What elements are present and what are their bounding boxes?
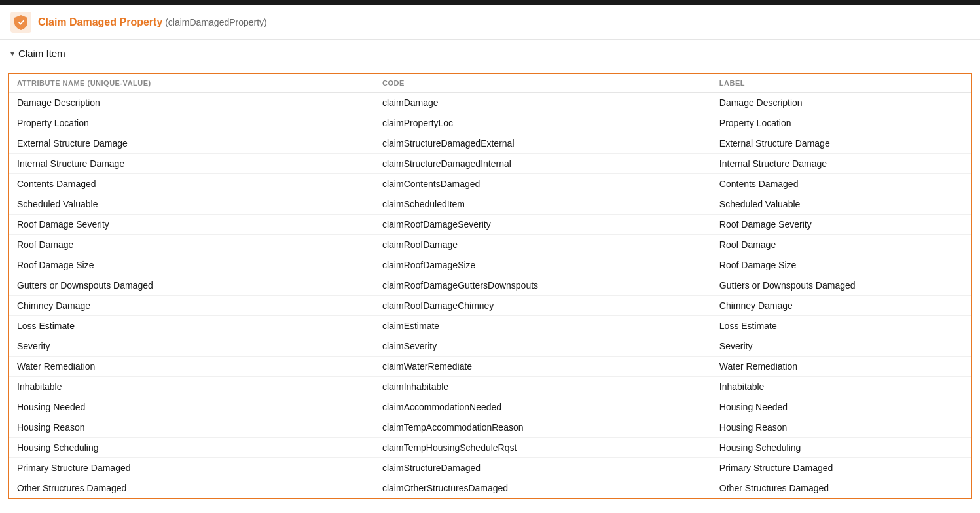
cell-attr-name: Roof Damage Size: [9, 255, 374, 275]
cell-label: Roof Damage Severity: [712, 215, 971, 235]
cell-label: Property Location: [712, 113, 971, 133]
table-row: Loss EstimateclaimEstimateLoss Estimate: [9, 316, 971, 336]
table-row: Property LocationclaimPropertyLocPropert…: [9, 113, 971, 133]
cell-code: claimDamage: [374, 93, 712, 113]
table-row: Housing ReasonclaimTempAccommodationReas…: [9, 417, 971, 438]
table-row: Roof Damage SeverityclaimRoofDamageSever…: [9, 215, 971, 235]
cell-code: claimStructureDamaged: [374, 458, 712, 478]
cell-code: claimEstimate: [374, 316, 712, 336]
table-container: ATTRIBUTE NAME (UNIQUE-VALUE) CODE LABEL…: [0, 67, 980, 507]
shield-icon: [10, 12, 31, 33]
cell-code: claimScheduledItem: [374, 194, 712, 215]
section-claim-item[interactable]: ▾ Claim Item: [0, 40, 980, 67]
table-row: Roof DamageclaimRoofDamageRoof Damage: [9, 235, 971, 255]
cell-label: Chimney Damage: [712, 296, 971, 316]
table-row: Housing NeededclaimAccommodationNeededHo…: [9, 397, 971, 417]
cell-label: Other Structures Damaged: [712, 478, 971, 499]
cell-attr-name: Chimney Damage: [9, 296, 374, 316]
cell-label: Inhabitable: [712, 377, 971, 397]
cell-label: Housing Reason: [712, 417, 971, 438]
table-header: ATTRIBUTE NAME (UNIQUE-VALUE) CODE LABEL: [9, 73, 971, 93]
attributes-table: ATTRIBUTE NAME (UNIQUE-VALUE) CODE LABEL…: [8, 73, 972, 499]
cell-code: claimAccommodationNeeded: [374, 397, 712, 417]
cell-attr-name: Roof Damage Severity: [9, 215, 374, 235]
cell-attr-name: Other Structures Damaged: [9, 478, 374, 499]
page-header: Claim Damaged Property (claimDamagedProp…: [0, 5, 980, 40]
cell-code: claimOtherStructuresDamaged: [374, 478, 712, 499]
top-bar: [0, 0, 980, 5]
cell-label: Roof Damage: [712, 235, 971, 255]
section-label: Claim Item: [18, 48, 65, 59]
col-header-code: CODE: [374, 73, 712, 93]
cell-label: Contents Damaged: [712, 174, 971, 194]
cell-attr-name: Damage Description: [9, 93, 374, 113]
cell-code: claimRoofDamageSize: [374, 255, 712, 275]
cell-attr-name: External Structure Damage: [9, 133, 374, 154]
cell-label: Housing Scheduling: [712, 438, 971, 458]
cell-attr-name: Roof Damage: [9, 235, 374, 255]
cell-label: Loss Estimate: [712, 316, 971, 336]
cell-code: claimStructureDamagedInternal: [374, 154, 712, 174]
cell-label: Water Remediation: [712, 357, 971, 377]
cell-code: claimRoofDamageChimney: [374, 296, 712, 316]
cell-attr-name: Severity: [9, 336, 374, 357]
chevron-down-icon: ▾: [10, 49, 14, 58]
cell-label: Roof Damage Size: [712, 255, 971, 275]
cell-attr-name: Housing Reason: [9, 417, 374, 438]
cell-attr-name: Water Remediation: [9, 357, 374, 377]
cell-attr-name: Internal Structure Damage: [9, 154, 374, 174]
cell-code: claimInhabitable: [374, 377, 712, 397]
cell-code: claimStructureDamagedExternal: [374, 133, 712, 154]
col-header-attr: ATTRIBUTE NAME (UNIQUE-VALUE): [9, 73, 374, 93]
cell-code: claimRoofDamage: [374, 235, 712, 255]
table-row: Water RemediationclaimWaterRemediateWate…: [9, 357, 971, 377]
cell-code: claimWaterRemediate: [374, 357, 712, 377]
cell-label: Severity: [712, 336, 971, 357]
cell-attr-name: Scheduled Valuable: [9, 194, 374, 215]
cell-label: Housing Needed: [712, 397, 971, 417]
table-row: Scheduled ValuableclaimScheduledItemSche…: [9, 194, 971, 215]
cell-code: claimTempHousingScheduleRqst: [374, 438, 712, 458]
cell-code: claimPropertyLoc: [374, 113, 712, 133]
cell-attr-name: Inhabitable: [9, 377, 374, 397]
table-row: SeverityclaimSeveritySeverity: [9, 336, 971, 357]
table-row: Gutters or Downspouts DamagedclaimRoofDa…: [9, 275, 971, 296]
table-row: External Structure DamageclaimStructureD…: [9, 133, 971, 154]
table-row: InhabitableclaimInhabitableInhabitable: [9, 377, 971, 397]
table-row: Other Structures DamagedclaimOtherStruct…: [9, 478, 971, 499]
cell-label: Internal Structure Damage: [712, 154, 971, 174]
cell-label: Scheduled Valuable: [712, 194, 971, 215]
cell-label: Gutters or Downspouts Damaged: [712, 275, 971, 296]
table-row: Damage DescriptionclaimDamageDamage Desc…: [9, 93, 971, 113]
table-row: Internal Structure DamageclaimStructureD…: [9, 154, 971, 174]
table-row: Primary Structure DamagedclaimStructureD…: [9, 458, 971, 478]
col-header-label: LABEL: [712, 73, 971, 93]
cell-code: claimSeverity: [374, 336, 712, 357]
cell-label: External Structure Damage: [712, 133, 971, 154]
table-row: Roof Damage SizeclaimRoofDamageSizeRoof …: [9, 255, 971, 275]
table-body: Damage DescriptionclaimDamageDamage Desc…: [9, 93, 971, 499]
cell-label: Damage Description: [712, 93, 971, 113]
cell-attr-name: Contents Damaged: [9, 174, 374, 194]
table-row: Housing SchedulingclaimTempHousingSchedu…: [9, 438, 971, 458]
cell-code: claimRoofDamageSeverity: [374, 215, 712, 235]
table-row: Contents DamagedclaimContentsDamagedCont…: [9, 174, 971, 194]
cell-attr-name: Housing Scheduling: [9, 438, 374, 458]
cell-code: claimTempAccommodationReason: [374, 417, 712, 438]
table-row: Chimney DamageclaimRoofDamageChimneyChim…: [9, 296, 971, 316]
cell-attr-name: Loss Estimate: [9, 316, 374, 336]
cell-label: Primary Structure Damaged: [712, 458, 971, 478]
cell-attr-name: Gutters or Downspouts Damaged: [9, 275, 374, 296]
cell-code: claimContentsDamaged: [374, 174, 712, 194]
cell-code: claimRoofDamageGuttersDownspouts: [374, 275, 712, 296]
cell-attr-name: Housing Needed: [9, 397, 374, 417]
page-title: Claim Damaged Property (claimDamagedProp…: [38, 16, 267, 28]
cell-attr-name: Property Location: [9, 113, 374, 133]
cell-attr-name: Primary Structure Damaged: [9, 458, 374, 478]
